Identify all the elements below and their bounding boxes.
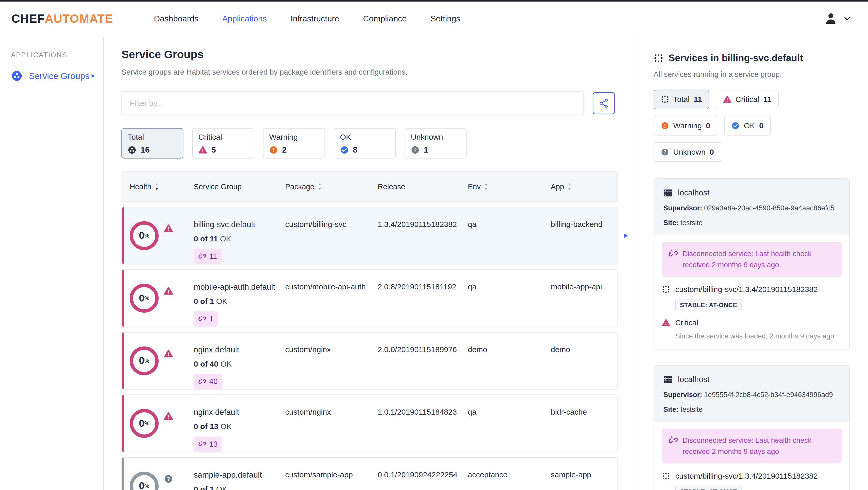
- column-header-health[interactable]: Health: [130, 183, 194, 191]
- service-group-cell: billing-svc.default0 of 11 OK11: [194, 207, 285, 264]
- disconnected-alert: Disconnected service: Last health check …: [662, 242, 842, 277]
- app-cell: sample-app: [551, 458, 617, 490]
- health-percent-value: 0: [139, 480, 145, 490]
- package-cell: custom/billing-svc: [285, 207, 378, 264]
- critical-icon: [164, 412, 173, 421]
- filter-card-unknown[interactable]: Unknown?1: [405, 128, 467, 159]
- table-row[interactable]: 0%nginx.default0 of 40 OK40custom/nginx2…: [121, 332, 618, 390]
- ok-suffix: OK: [214, 297, 227, 305]
- env-cell: acceptance: [468, 458, 551, 490]
- nav-link-dashboards[interactable]: Dashboards: [154, 14, 199, 24]
- panel-title: Services in billing-svc.default: [669, 53, 803, 64]
- critical-icon: [723, 95, 731, 103]
- brand-logo[interactable]: CHEFAUTOMATE: [11, 11, 113, 26]
- supervisor-id: 1e95554f-2cb8-4c52-b34f-e94634996ad9: [704, 391, 833, 399]
- release-cell: 2.0.0/20190115189976: [378, 332, 468, 389]
- filter-card-warning[interactable]: Warning2: [263, 128, 325, 159]
- disconnected-icon: [669, 435, 678, 445]
- sidebar-section-label: APPLICATIONS: [11, 51, 103, 59]
- column-header-label: Health: [130, 183, 151, 191]
- filter-card-label: Total: [128, 133, 144, 141]
- sort-icon: [154, 183, 159, 191]
- host-card: localhostSupervisor: 1e95554f-2cb8-4c52-…: [654, 365, 850, 490]
- svg-text:?: ?: [413, 147, 417, 153]
- column-header-env[interactable]: Env: [468, 183, 551, 191]
- filter-card-total[interactable]: Total16: [121, 128, 183, 159]
- service-since-text: Since the service was loaded, 2 months 9…: [675, 332, 842, 340]
- env-cell: qa: [468, 395, 551, 452]
- nav-link-compliance[interactable]: Compliance: [363, 14, 407, 24]
- panel-badge-ok[interactable]: OK0: [724, 116, 771, 135]
- filter-card-label: Critical: [198, 133, 222, 141]
- service-group-dots-icon: [662, 285, 670, 294]
- nav-link-infrastructure[interactable]: Infrastructure: [291, 14, 339, 24]
- service-group-cell: nginx.default0 of 13 OK13: [194, 395, 285, 452]
- filter-card-count-row: 5: [198, 145, 248, 155]
- service-group-circle-icon: [128, 145, 136, 154]
- panel-badge-label: Total: [673, 95, 689, 104]
- panel-badge-warning[interactable]: Warning0: [654, 116, 717, 135]
- nav-link-applications[interactable]: Applications: [222, 14, 267, 24]
- disconnected-badge: 13: [194, 436, 222, 452]
- filter-input[interactable]: [121, 91, 584, 115]
- filter-bar: [121, 91, 640, 115]
- panel-badge-critical[interactable]: Critical11: [716, 90, 779, 109]
- panel-subtitle: All services running in a service group.: [654, 70, 850, 79]
- panel-badge-unknown[interactable]: ?Unknown0: [654, 142, 721, 162]
- column-header-label: App: [551, 183, 564, 191]
- services-panel: Services in billing-svc.default All serv…: [640, 37, 868, 490]
- filter-card-count: 5: [211, 145, 216, 155]
- health-percent-unit: %: [145, 482, 150, 490]
- filter-card-ok[interactable]: OK8: [334, 128, 396, 159]
- health-cell: 0%: [130, 395, 194, 452]
- ok-suffix: OK: [218, 422, 232, 431]
- package-cell: custom/nginx: [285, 395, 378, 452]
- filter-card-label: Warning: [269, 133, 298, 141]
- service-group-name: nginx.default: [194, 407, 278, 418]
- user-menu[interactable]: [824, 11, 851, 26]
- disconnected-alert-text: Disconnected service: Last health check …: [683, 248, 827, 270]
- main-content: Service Groups Service groups are Habita…: [104, 37, 640, 490]
- share-button[interactable]: [593, 92, 615, 115]
- health-percent-unit: %: [145, 232, 150, 239]
- sidebar-item-service-groups[interactable]: Service Groups: [11, 70, 96, 82]
- app-cell: billing-backend: [551, 207, 617, 264]
- env-cell: qa: [468, 270, 551, 326]
- top-nav: CHEFAUTOMATE DashboardsApplicationsInfra…: [0, 2, 868, 36]
- filter-card-critical[interactable]: Critical5: [192, 128, 254, 159]
- health-cell: 0%?: [130, 458, 194, 490]
- table-row[interactable]: 0%billing-svc.default0 of 11 OK11custom/…: [121, 207, 618, 264]
- table-row[interactable]: 0%?sample-app.default0 of 1 OK1custom/sa…: [121, 457, 618, 490]
- disconnected-count: 13: [209, 439, 218, 449]
- service-package-id: custom/billing-svc/1.3.4/20190115182382: [675, 285, 817, 294]
- column-header-app[interactable]: App: [551, 183, 617, 191]
- table-row[interactable]: 0%mobile-api-auth.default0 of 1 OK1custo…: [121, 269, 618, 327]
- filter-card-count-row: 8: [340, 145, 390, 155]
- table-row[interactable]: 0%nginx.default0 of 13 OK13custom/nginx1…: [121, 394, 618, 452]
- release-cell: 1.3.4/20190115182382: [378, 207, 468, 264]
- service-group-name: sample-app.default: [194, 469, 278, 481]
- filter-card-count-row: ?1: [411, 145, 460, 155]
- supervisor-line: Supervisor: 029a3a8a-20ac-4590-850e-9a4a…: [663, 204, 840, 212]
- panel-title-row: Services in billing-svc.default: [654, 53, 850, 64]
- filter-card-count: 2: [282, 145, 287, 155]
- disconnected-count: 1: [209, 314, 213, 324]
- sidebar-item-label: Service Groups: [29, 71, 89, 81]
- share-icon: [598, 98, 609, 108]
- column-header-label: Service Group: [194, 183, 242, 191]
- health-donut: 0%: [130, 221, 159, 250]
- health-donut: 0%: [130, 472, 159, 490]
- panel-badge-count: 0: [710, 148, 714, 157]
- ok-icon: [340, 145, 349, 154]
- service-group-name: billing-svc.default: [194, 219, 278, 230]
- host-row: localhost: [663, 375, 840, 384]
- ok-icon: [731, 122, 740, 130]
- panel-badge-total[interactable]: Total11: [654, 90, 709, 109]
- service-group-dots-icon: [662, 472, 670, 480]
- disconnected-icon: [669, 248, 678, 258]
- filter-card-count-row: 2: [269, 145, 319, 155]
- service-group-cell: sample-app.default0 of 1 OK1: [194, 458, 285, 490]
- app-cell: demo: [551, 332, 617, 389]
- column-header-package[interactable]: Package: [285, 183, 378, 191]
- nav-link-settings[interactable]: Settings: [430, 14, 460, 24]
